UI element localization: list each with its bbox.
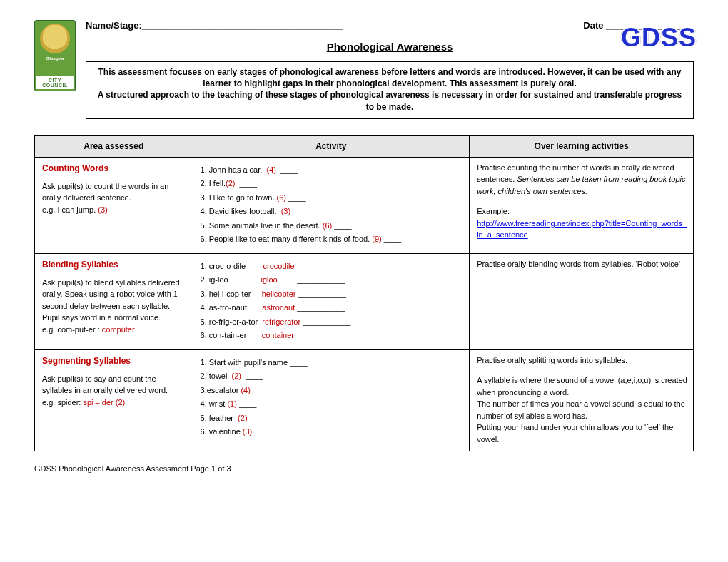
table-row: Blending SyllablesAsk pupil(s) to blend …	[35, 253, 694, 349]
col-activity: Activity	[193, 135, 470, 157]
activity-line: 2. towel (2) ____	[201, 370, 464, 382]
area-desc: Ask pupil(s) to blend syllables delivere…	[42, 277, 187, 324]
activity-line: 6. con-tain-er container ___________	[201, 329, 464, 342]
activity-line: 3.escalator (4) ____	[201, 384, 464, 397]
activity-list: 1. croc-o-dile crocodile ___________2. i…	[201, 260, 464, 342]
table-row: Counting WordsAsk pupil(s) to count the …	[35, 157, 694, 253]
area-desc: Ask pupil(s) to say and count the syllab…	[42, 373, 187, 397]
over-link[interactable]: http://www.freereading.net/index.php?tit…	[477, 219, 687, 240]
logo-crest-icon	[40, 24, 70, 53]
intro-box: This assessment focuses on early stages …	[86, 61, 694, 119]
area-cell: Segmenting SyllablesAsk pupil(s) to say …	[35, 349, 193, 451]
intro-p2: A structured approach to the teaching of…	[98, 90, 682, 111]
activity-line: 1. Start with pupil's name ____	[201, 357, 464, 369]
over-cell: Practise orally blending words from syll…	[470, 253, 694, 349]
activity-line: 6. valentine (3)	[201, 426, 464, 438]
activity-line: 1. John has a car. (4) ____	[201, 164, 464, 176]
activity-line: 5. Some animals live in the desert. (6) …	[201, 220, 464, 232]
area-example: e.g. com-put-er : computer	[42, 324, 187, 336]
activity-line: 5. feather (2) ____	[201, 412, 464, 424]
activity-cell: 1. Start with pupil's name ____2. towel …	[193, 349, 470, 451]
activity-line: 2. ig-loo igloo ___________	[201, 274, 464, 286]
area-example: e.g. spider: spi – der (2)	[42, 397, 187, 409]
header-row: Glasgow CITY COUNCIL Name/Stage:________…	[34, 20, 694, 132]
area-title: Segmenting Syllables	[42, 354, 187, 367]
over-pre: Practise orally splitting words into syl…	[477, 354, 687, 367]
over-example-label: Example:	[477, 205, 687, 218]
activity-list: 1. Start with pupil's name ____2. towel …	[201, 357, 464, 438]
intro-p1b: before	[379, 67, 408, 77]
area-desc: Ask pupil(s) to count the words in an or…	[42, 180, 187, 204]
area-title: Counting Words	[42, 162, 187, 175]
activity-line: 6. People like to eat many different kin…	[201, 233, 464, 245]
assessment-table: Area assessed Activity Over learning act…	[34, 135, 694, 452]
activity-line: 2. I fell.(2) ____	[201, 178, 464, 190]
page-footer: GDSS Phonological Awareness Assessment P…	[34, 464, 694, 473]
activity-cell: 1. John has a car. (4) ____2. I fell.(2)…	[193, 157, 470, 253]
over-extra: A syllable is where the sound of a vowel…	[477, 374, 687, 445]
col-over: Over learning activities	[470, 135, 694, 157]
glasgow-logo: Glasgow CITY COUNCIL	[34, 20, 76, 91]
page-title: Phonological Awareness	[86, 41, 694, 53]
over-pre: Practise orally blending words from syll…	[477, 258, 687, 270]
area-title: Blending Syllables	[42, 258, 187, 271]
gdss-badge: GDSS	[621, 23, 697, 53]
logo-subtext: CITY COUNCIL	[36, 76, 74, 89]
activity-cell: 1. croc-o-dile crocodile ___________2. i…	[193, 253, 470, 349]
logo-brand: Glasgow	[46, 56, 64, 61]
activity-line: 4. David likes football. (3) ____	[201, 205, 464, 218]
activity-line: 4. as-tro-naut astronaut ___________	[201, 302, 464, 314]
table-row: Segmenting SyllablesAsk pupil(s) to say …	[35, 349, 694, 451]
header-text: Name/Stage:_____________________________…	[86, 20, 694, 132]
area-cell: Blending SyllablesAsk pupil(s) to blend …	[35, 253, 193, 349]
intro-p1a: This assessment focuses on early stages …	[98, 67, 379, 77]
activity-line: 3. hel-i-cop-ter helicopter ___________	[201, 288, 464, 300]
activity-line: 3. I like to go to town. (6) ____	[201, 192, 464, 204]
activity-line: 5. re-frig-er-a-tor refrigerator _______…	[201, 316, 464, 328]
name-stage-label: Name/Stage:_____________________________…	[86, 20, 343, 31]
area-cell: Counting WordsAsk pupil(s) to count the …	[35, 157, 193, 253]
over-cell: Practise orally splitting words into syl…	[470, 349, 694, 451]
name-date-row: Name/Stage:_____________________________…	[86, 20, 694, 31]
activity-line: 1. croc-o-dile crocodile ___________	[201, 260, 464, 272]
activity-list: 1. John has a car. (4) ____2. I fell.(2)…	[201, 164, 464, 245]
col-area: Area assessed	[35, 135, 193, 157]
table-header-row: Area assessed Activity Over learning act…	[35, 135, 694, 157]
area-example: e.g. I can jump. (3)	[42, 204, 187, 216]
activity-line: 4. wrist (1) ____	[201, 398, 464, 410]
over-cell: Practise counting the number of words in…	[470, 157, 694, 253]
over-pre: Practise counting the number of words in…	[477, 162, 687, 198]
